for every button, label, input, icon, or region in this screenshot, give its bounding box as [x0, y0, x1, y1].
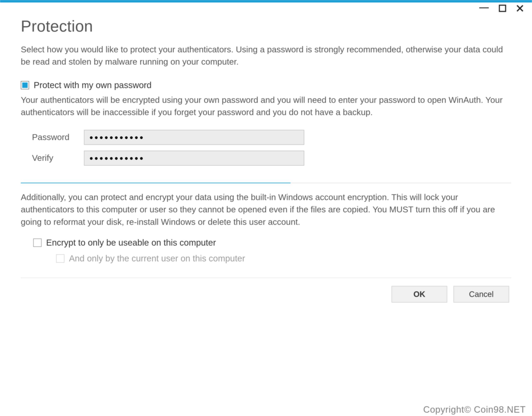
windows-encryption-options: Encrypt to only be useable on this compu… — [21, 238, 511, 269]
intro-text: Select how you would like to protect you… — [21, 43, 511, 68]
verify-label: Verify — [32, 153, 78, 163]
verify-input[interactable] — [84, 151, 304, 166]
accent-bar — [0, 0, 532, 2]
watermark-text: Copyright© Coin98.NET — [423, 404, 526, 415]
verify-row: Verify — [32, 151, 511, 166]
footer-divider — [21, 278, 511, 278]
maximize-button[interactable] — [499, 4, 506, 13]
protect-password-description: Your authenticators will be encrypted us… — [21, 94, 511, 119]
protect-password-option[interactable]: Protect with my own password — [21, 80, 511, 90]
protect-password-label: Protect with my own password — [34, 80, 152, 90]
checkbox-checked-icon[interactable] — [21, 81, 29, 89]
protection-dialog: — Protection Select how you would like t… — [0, 0, 532, 416]
titlebar: — — [0, 2, 532, 15]
windows-encryption-description: Additionally, you can protect and encryp… — [21, 191, 511, 228]
encrypt-user-option: And only by the current user on this com… — [33, 254, 511, 264]
ok-button[interactable]: OK — [391, 286, 447, 303]
dialog-buttons: OK Cancel — [21, 284, 511, 303]
cancel-button[interactable]: Cancel — [454, 286, 509, 303]
password-row: Password — [32, 130, 511, 145]
encrypt-user-label: And only by the current user on this com… — [69, 254, 245, 264]
section-divider — [21, 183, 511, 183]
password-label: Password — [32, 132, 78, 142]
svg-rect-0 — [499, 5, 506, 11]
encrypt-computer-option[interactable]: Encrypt to only be useable on this compu… — [33, 238, 511, 248]
minimize-button[interactable]: — — [479, 2, 489, 12]
content-area: Protection Select how you would like to … — [0, 15, 532, 416]
password-fields: Password Verify — [21, 130, 511, 171]
checkbox-unchecked-icon[interactable] — [33, 238, 42, 247]
page-title: Protection — [21, 17, 511, 35]
checkbox-disabled-icon — [56, 254, 64, 263]
encrypt-computer-label: Encrypt to only be useable on this compu… — [46, 238, 216, 248]
password-input[interactable] — [84, 130, 304, 145]
close-button[interactable] — [516, 4, 524, 13]
